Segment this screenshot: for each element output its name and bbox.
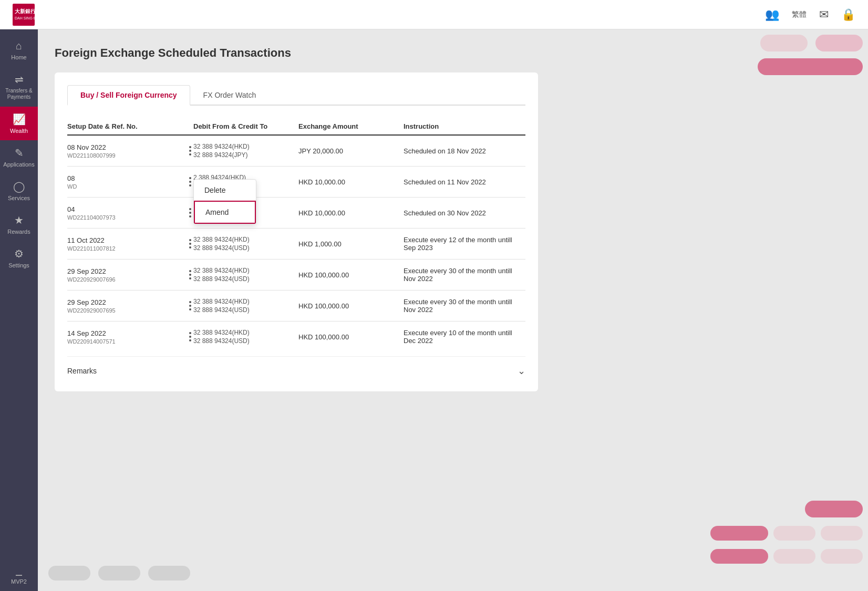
applications-icon: ✎: [15, 147, 24, 159]
remarks-section[interactable]: Remarks ⌄: [67, 356, 525, 379]
row-instruction: Scheduled on 30 Nov 2022: [404, 209, 525, 217]
table-row: 08 Nov 2022 WD221108007999 32 388 94324(…: [67, 136, 525, 167]
tab-fx-order[interactable]: FX Order Watch: [190, 85, 270, 106]
language-toggle[interactable]: 繁體: [792, 10, 807, 19]
delete-menu-item[interactable]: Delete: [194, 180, 256, 201]
page-title: Foreign Exchange Scheduled Transactions: [55, 46, 851, 60]
row-ref: WD220914007571: [67, 338, 193, 345]
col-header-accounts: Debit From & Credit To: [193, 122, 298, 130]
row-action-menu-button[interactable]: [185, 298, 195, 314]
row-date-ref: 04 WD221104007973: [67, 205, 193, 221]
row-amount: HKD 100,000.00: [298, 333, 404, 341]
row-credit: 32 888 94324(JPY): [193, 151, 298, 159]
sidebar-item-wealth[interactable]: 📈 Wealth: [0, 107, 38, 140]
top-right-controls: 👥 繁體 ✉ 🔒: [765, 8, 855, 22]
dot2: [189, 274, 191, 276]
settings-icon: ⚙: [14, 247, 24, 260]
sidebar-item-rewards[interactable]: ★ Rewards: [0, 208, 38, 241]
row-amount: HKD 10,000.00: [298, 209, 404, 217]
remarks-label: Remarks: [67, 367, 97, 375]
row-debit: 32 388 94324(HKD): [193, 298, 298, 305]
col-header-date: Setup Date & Ref. No.: [67, 122, 193, 130]
row-debit: 32 388 94324(HKD): [193, 329, 298, 336]
row-credit: 32 888 94324(USD): [193, 337, 298, 345]
sidebar-item-settings[interactable]: ⚙ Settings: [0, 241, 38, 275]
row-action-menu-button[interactable]: [185, 236, 195, 252]
table-header: Setup Date & Ref. No. Debit From & Credi…: [67, 118, 525, 136]
chevron-down-icon: ⌄: [518, 365, 525, 377]
decorative-blobs-bottom: [38, 549, 195, 591]
wealth-icon: 📈: [13, 113, 26, 126]
main-card: Buy / Sell Foreign Currency FX Order Wat…: [55, 72, 538, 391]
dot2: [189, 150, 191, 152]
row-ref: WD: [67, 183, 193, 190]
row-date-ref: 29 Sep 2022 WD220929007696: [67, 267, 193, 283]
table-row: 14 Sep 2022 WD220914007571 32 388 94324(…: [67, 322, 525, 352]
row-ref: WD220929007695: [67, 307, 193, 314]
sidebar-item-wealth-label: Wealth: [10, 128, 28, 134]
row-date-ref: 08 WD: [67, 174, 193, 190]
table-row: 04 WD221104007973 2 388 94324(HKD) 2 888…: [67, 198, 525, 229]
sidebar-item-services[interactable]: ◯ Services: [0, 174, 38, 208]
row-action-menu-button[interactable]: [185, 329, 195, 345]
bank-logo: 大新銀行 DAH SING BANK: [13, 4, 35, 26]
logo-icon: 大新銀行 DAH SING BANK: [13, 4, 35, 26]
row-date: 08: [67, 174, 193, 182]
table-row: 11 Oct 2022 WD221011007812 32 388 94324(…: [67, 229, 525, 260]
mail-icon[interactable]: ✉: [819, 8, 829, 22]
sidebar-item-home[interactable]: ⌂ Home: [0, 34, 38, 67]
dot1: [189, 208, 191, 210]
sidebar-item-transfers[interactable]: ⇌ Transfers &Payments: [0, 67, 38, 107]
dot1: [189, 301, 191, 303]
person-group-icon[interactable]: 👥: [765, 8, 779, 22]
row-date-ref: 14 Sep 2022 WD220914007571: [67, 329, 193, 345]
row-credit: 32 888 94324(USD): [193, 306, 298, 314]
sidebar-item-applications[interactable]: ✎ Applications: [0, 140, 38, 174]
row-date: 04: [67, 205, 193, 213]
top-navigation-bar: 大新銀行 DAH SING BANK 👥 繁體 ✉ 🔒: [0, 0, 868, 29]
row-date: 29 Sep 2022: [67, 267, 193, 275]
tab-buy-sell[interactable]: Buy / Sell Foreign Currency: [67, 85, 190, 106]
row-credit: 32 888 94324(USD): [193, 244, 298, 252]
dot1: [189, 270, 191, 272]
row-instruction: Execute every 10 of the month untill Dec…: [404, 329, 525, 345]
row-action-menu-button[interactable]: [185, 267, 195, 283]
row-ref: WD221011007812: [67, 245, 193, 252]
dot1: [189, 177, 191, 179]
transfers-icon: ⇌: [15, 73, 24, 86]
sidebar-item-settings-label: Settings: [8, 262, 29, 268]
dot1: [189, 239, 191, 241]
row-instruction: Scheduled on 11 Nov 2022: [404, 178, 525, 186]
row-accounts: 32 388 94324(HKD) 32 888 94324(USD): [193, 298, 298, 314]
dot1: [189, 146, 191, 148]
row-accounts: 32 388 94324(HKD) 32 888 94324(USD): [193, 236, 298, 252]
row-debit: 32 388 94324(HKD): [193, 143, 298, 150]
amend-menu-item[interactable]: Amend: [194, 201, 256, 224]
row-debit: 32 388 94324(HKD): [193, 267, 298, 274]
row-ref: WD221104007973: [67, 214, 193, 221]
sidebar: ⌂ Home ⇌ Transfers &Payments 📈 Wealth ✎ …: [0, 29, 38, 591]
dot2: [189, 243, 191, 245]
dot3: [189, 277, 191, 279]
svg-text:DAH SING BANK: DAH SING BANK: [15, 16, 35, 20]
table-row: 29 Sep 2022 WD220929007696 32 388 94324(…: [67, 260, 525, 291]
sidebar-item-mvp2[interactable]: ⎯ MVP2: [0, 558, 38, 591]
row-accounts: 32 388 94324(HKD) 32 888 94324(USD): [193, 267, 298, 283]
svg-rect-0: [13, 4, 35, 26]
row-debit: 32 388 94324(HKD): [193, 236, 298, 243]
row-instruction: Execute every 30 of the month untill Nov…: [404, 298, 525, 314]
row-amount: JPY 20,000.00: [298, 147, 404, 155]
row-date: 11 Oct 2022: [67, 236, 193, 244]
sidebar-item-services-label: Services: [8, 195, 30, 201]
row-ref: WD221108007999: [67, 152, 193, 159]
row-amount: HKD 1,000.00: [298, 240, 404, 248]
table-row: 29 Sep 2022 WD220929007695 32 388 94324(…: [67, 291, 525, 322]
dot3: [189, 246, 191, 248]
table-row: 08 WD 2 388 94324(HKD) 2 888 94324(JPY) …: [67, 167, 525, 198]
row-instruction: Scheduled on 18 Nov 2022: [404, 147, 525, 155]
dot2: [189, 305, 191, 307]
row-amount: HKD 10,000.00: [298, 178, 404, 186]
row-action-menu-button[interactable]: [185, 143, 195, 159]
lock-icon[interactable]: 🔒: [841, 8, 855, 22]
mvp2-icon: ⎯: [16, 564, 22, 576]
